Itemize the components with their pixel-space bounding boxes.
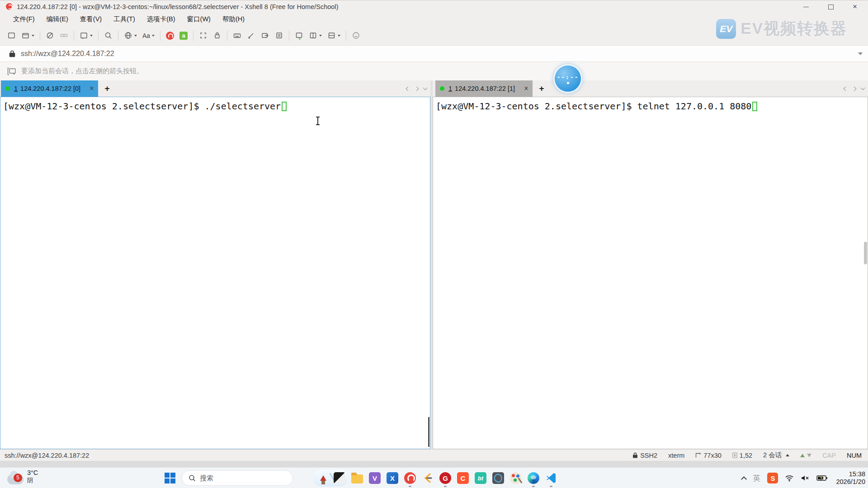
- taskbar-search-box[interactable]: 搜索: [182, 470, 293, 486]
- clock-time: 15:38: [849, 470, 865, 478]
- gitee-icon[interactable]: G: [439, 471, 452, 485]
- tile-vertical-icon[interactable]: [307, 29, 324, 42]
- leetcode-icon[interactable]: [421, 471, 434, 485]
- visual-studio-icon[interactable]: V: [368, 471, 382, 485]
- title-bar: 124.220.4.187:22 [0] - wzx@VM-12-3-cento…: [0, 0, 868, 13]
- close-button[interactable]: ×: [852, 4, 858, 10]
- status-session-count[interactable]: 2 会话: [763, 451, 789, 460]
- web-icon[interactable]: [122, 29, 139, 42]
- address-bar[interactable]: ssh://wzx@124.220.4.187:22: [0, 45, 868, 62]
- terminal-line: [wzx@VM-12-3-centos 2.selectserver]$ ./s…: [3, 101, 287, 112]
- new-file-icon[interactable]: [292, 29, 306, 42]
- ime-indicator[interactable]: 英: [753, 473, 760, 483]
- minimize-button[interactable]: [803, 4, 809, 10]
- tab-close-icon[interactable]: ×: [90, 84, 94, 93]
- highlight-pen-icon[interactable]: [245, 29, 258, 42]
- lock-icon: [9, 50, 15, 57]
- search-placeholder: 搜索: [200, 474, 213, 483]
- menu-edit[interactable]: 编辑(E): [41, 13, 74, 25]
- taskbar-weather-widget[interactable]: 5 3°C 阴: [7, 469, 38, 484]
- new-tab-button[interactable]: +: [104, 84, 109, 94]
- bt-app-icon[interactable]: bt: [474, 471, 487, 485]
- new-session-icon[interactable]: [5, 29, 18, 42]
- menu-window[interactable]: 窗口(W): [181, 13, 217, 25]
- status-session-url: ssh://wzx@124.220.4.187:22: [5, 452, 89, 459]
- tab-label: 124.220.4.187:22 [0]: [20, 85, 80, 92]
- volume-muted-icon[interactable]: [801, 474, 810, 482]
- dark-app-icon[interactable]: [491, 471, 505, 485]
- info-hint-text: 要添加当前会话，点击左侧的箭头按钮。: [21, 67, 143, 75]
- status-terminal-type[interactable]: xterm: [668, 452, 684, 459]
- sogou-input-icon[interactable]: S: [767, 473, 778, 483]
- menu-help[interactable]: 帮助(H): [217, 13, 250, 25]
- system-tray: 英 S 15:38 2026/1/20: [742, 468, 865, 488]
- csdn-icon[interactable]: C: [456, 471, 470, 485]
- reconnect-icon: [57, 29, 71, 42]
- upload-arrow-icon[interactable]: [800, 454, 805, 457]
- disconnect-icon[interactable]: [43, 29, 57, 42]
- fullscreen-icon[interactable]: [197, 29, 210, 42]
- properties-icon[interactable]: [273, 29, 286, 42]
- send-text-icon[interactable]: [259, 29, 272, 42]
- file-explorer-icon[interactable]: [350, 471, 364, 485]
- tab-close-icon[interactable]: ×: [524, 84, 528, 93]
- connected-dot-icon: [440, 86, 444, 91]
- vscode-icon[interactable]: [544, 471, 558, 485]
- virtual-keyboard-icon[interactable]: [231, 29, 244, 42]
- ev-watermark-text: EV视频转换器: [741, 18, 847, 39]
- left-terminal[interactable]: [wzx@VM-12-3-centos 2.selectserver]$ ./s…: [0, 97, 430, 449]
- right-scrollbar-thumb[interactable]: [864, 242, 867, 264]
- xshell-taskbar-icon[interactable]: [403, 471, 417, 485]
- tab-session-0[interactable]: 1 124.220.4.187:22 [0] ×: [1, 80, 98, 97]
- menu-file[interactable]: 文件(F): [7, 13, 41, 25]
- screen-recorder-bubble[interactable]: --:--: [553, 64, 582, 93]
- ev-logo-icon: EV: [716, 19, 736, 39]
- scroll-tabs-left-icon[interactable]: [406, 86, 410, 91]
- new-tab-button[interactable]: +: [539, 84, 544, 94]
- lock-screen-icon[interactable]: [211, 29, 224, 42]
- caret-position-icon: [732, 452, 737, 458]
- menu-tools[interactable]: 工具(T): [108, 13, 141, 25]
- wifi-icon[interactable]: [785, 474, 794, 482]
- mouse-ibeam-cursor: [317, 117, 318, 125]
- battery-charging-icon[interactable]: [816, 475, 827, 481]
- find-icon[interactable]: [102, 29, 115, 42]
- blue-ide-icon[interactable]: X: [386, 471, 399, 485]
- left-tab-bar: 1 124.220.4.187:22 [0] × +: [0, 80, 430, 97]
- edge-icon[interactable]: [527, 471, 540, 485]
- info-bar: 要添加当前会话，点击左侧的箭头按钮。: [0, 62, 868, 80]
- menu-view[interactable]: 查看(V): [74, 13, 108, 25]
- status-protocol: SSH2: [632, 452, 657, 459]
- tab-list-dropdown-icon[interactable]: [423, 86, 428, 90]
- address-dropdown-icon[interactable]: [858, 52, 863, 55]
- duplicate-session-icon[interactable]: [77, 29, 95, 42]
- tab-index: 1: [448, 85, 452, 92]
- start-button[interactable]: [164, 472, 176, 484]
- xshell-app-icon: [6, 3, 13, 10]
- terminal-cursor: [752, 102, 757, 111]
- scroll-tabs-left-icon[interactable]: [844, 86, 848, 91]
- connected-dot-icon: [5, 86, 10, 91]
- right-terminal[interactable]: [wzx@VM-12-3-centos 2.selectserver]$ tel…: [433, 97, 868, 449]
- tab-list-dropdown-icon[interactable]: [861, 86, 865, 90]
- encoding-icon[interactable]: Aa: [140, 30, 157, 41]
- notebook-app-icon[interactable]: [333, 471, 346, 485]
- paint-app-icon[interactable]: [509, 471, 523, 485]
- left-scrollbar-thumb[interactable]: [428, 417, 429, 447]
- scroll-tabs-right-icon[interactable]: [852, 86, 857, 91]
- address-url[interactable]: ssh://wzx@124.220.4.187:22: [21, 50, 114, 58]
- maximize-button[interactable]: [827, 4, 834, 10]
- tab-label: 124.220.4.187:22 [1]: [455, 85, 515, 92]
- tab-session-1[interactable]: 1 124.220.4.187:22 [1] ×: [435, 80, 533, 97]
- download-arrow-icon[interactable]: [807, 454, 811, 457]
- tray-expand-icon[interactable]: [741, 476, 747, 482]
- taskbar-clock[interactable]: 15:38 2026/1/20: [836, 470, 865, 486]
- open-sessions-icon[interactable]: [19, 29, 37, 42]
- xagent-icon[interactable]: a: [177, 30, 190, 42]
- menu-tabs[interactable]: 选项卡(B): [141, 13, 181, 25]
- scroll-tabs-right-icon[interactable]: [415, 86, 419, 91]
- xshell-launch-icon[interactable]: [164, 30, 176, 42]
- status-cursor-position: 1,52: [732, 452, 752, 459]
- tile-horizontal-icon[interactable]: [325, 29, 343, 42]
- feedback-smiley-icon[interactable]: [349, 29, 363, 42]
